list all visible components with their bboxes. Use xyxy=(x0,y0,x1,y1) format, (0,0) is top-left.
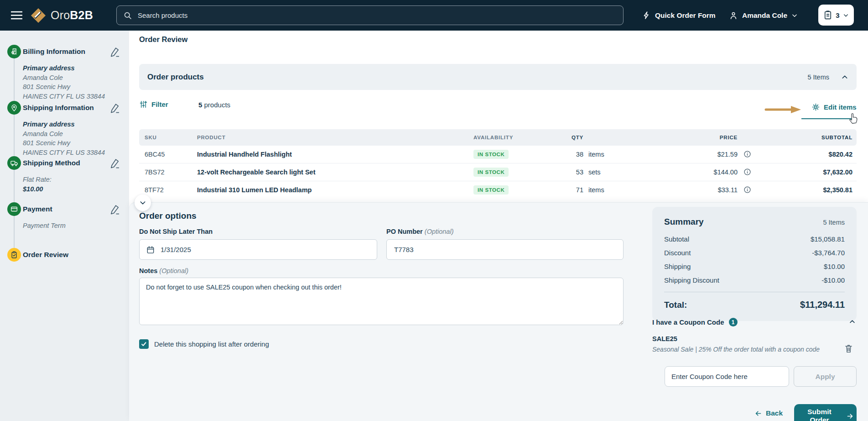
filter-icon xyxy=(139,100,148,109)
shopping-list-button[interactable]: 3 xyxy=(818,5,854,26)
summary-label: Shipping Discount xyxy=(664,276,719,284)
edit-pencil-icon[interactable] xyxy=(109,46,120,57)
chevron-down-icon xyxy=(791,12,798,19)
summary-label: Subtotal xyxy=(664,235,689,243)
order-options-title: Order options xyxy=(139,211,197,221)
page-title: Order Review xyxy=(139,35,187,44)
orob2b-logo[interactable]: OroB2B xyxy=(31,8,93,23)
user-menu[interactable]: Amanda Cole xyxy=(729,0,798,31)
column-header-availability: AVAILABILITY xyxy=(473,129,513,146)
delete-list-option: Delete this shopping list after ordering xyxy=(139,339,269,349)
nav-left-group: OroB2B xyxy=(11,0,93,31)
collapse-panel-button[interactable] xyxy=(135,195,151,211)
quick-order-form-link[interactable]: Quick Order Form xyxy=(642,0,716,31)
chevron-up-icon[interactable] xyxy=(849,318,856,325)
notes-textarea[interactable]: Do not forget to use SALE25 coupon when … xyxy=(139,278,624,325)
filter-label: Filter xyxy=(151,100,168,108)
address-line: 801 Scenic Hwy xyxy=(23,82,105,92)
hamburger-icon[interactable] xyxy=(11,11,22,20)
in-stock-badge: IN STOCK xyxy=(473,150,509,159)
product-unit: items xyxy=(588,181,604,199)
logo-text: OroB2B xyxy=(51,9,93,22)
apply-coupon-button[interactable]: Apply xyxy=(794,366,857,387)
edit-items-link[interactable]: Edit items xyxy=(811,103,857,111)
order-options-panel: Order options Do Not Ship Later Than PO … xyxy=(129,202,868,421)
chevron-up-icon[interactable] xyxy=(841,74,848,81)
edit-pencil-icon[interactable] xyxy=(109,102,120,113)
column-header-subtotal: SUBTOTAL xyxy=(769,129,852,146)
step-title: Shipping Information xyxy=(23,101,94,115)
po-number-label: PO Number (Optional) xyxy=(386,228,453,235)
product-price: $33.11 xyxy=(664,181,738,199)
billing-address: Primary address Amanda Cole 801 Scenic H… xyxy=(23,63,105,101)
notes-optional-hint: (Optional) xyxy=(159,267,188,274)
clipboard-icon xyxy=(823,10,832,20)
main-content: Order Review Order products 5 Items Filt… xyxy=(129,31,868,421)
availability-badge: IN STOCK xyxy=(473,185,509,195)
method-price: $10.00 xyxy=(23,184,52,194)
top-navbar: OroB2B Quick Order Form xyxy=(0,0,868,31)
address-line: Amanda Cole xyxy=(23,129,105,139)
product-unit: items xyxy=(588,146,604,163)
cursor-hand-icon xyxy=(848,111,861,125)
in-stock-badge: IN STOCK xyxy=(473,168,509,177)
edit-items-underline xyxy=(801,118,852,119)
address-label: Primary address xyxy=(23,63,105,73)
product-name-link[interactable]: Industrial Handheld Flashlight xyxy=(197,146,292,163)
annotation-arrow xyxy=(764,105,802,114)
summary-value: $10.00 xyxy=(824,263,845,270)
delete-list-checkbox[interactable] xyxy=(139,339,149,349)
billing-icon xyxy=(7,45,21,58)
ship-date-input[interactable] xyxy=(160,245,370,254)
product-name-link[interactable]: 12-volt Rechargeable Search light Set xyxy=(197,163,315,181)
cart-count: 3 xyxy=(836,11,839,19)
summary-label: Discount xyxy=(664,249,691,257)
search-input[interactable] xyxy=(137,11,617,20)
total-value: $11,294.11 xyxy=(800,300,845,310)
summary-value: $15,058.81 xyxy=(811,235,845,243)
applied-coupon-description: Seasonal Sale | 25% Off the order total … xyxy=(652,345,820,354)
method-name: Flat Rate: xyxy=(23,175,52,184)
po-number-field xyxy=(386,239,624,260)
column-header-sku: SKU xyxy=(145,129,157,146)
calendar-icon[interactable] xyxy=(146,245,155,254)
info-icon[interactable] xyxy=(743,186,751,194)
product-name-link[interactable]: Industrial 310 Lumen LED Headlamp xyxy=(197,181,312,199)
product-qty: 38 xyxy=(527,146,583,163)
lightning-icon xyxy=(642,11,651,20)
edit-pencil-icon[interactable] xyxy=(109,204,120,215)
table-row: 8TF72 Industrial 310 Lumen LED Headlamp … xyxy=(139,181,857,199)
applied-coupon-code: SALE25 xyxy=(652,335,677,342)
order-products-header[interactable]: Order products 5 Items xyxy=(139,64,857,90)
arrow-left-icon xyxy=(754,410,762,417)
edit-pencil-icon[interactable] xyxy=(109,158,120,168)
step-title: Shipping Method xyxy=(23,156,80,170)
info-icon[interactable] xyxy=(743,150,751,158)
checkout-steps-sidebar: Billing Information Primary address Aman… xyxy=(0,31,129,421)
logo-diamond-icon xyxy=(31,8,46,23)
coupon-section-toggle[interactable]: I have a Coupon Code 1 xyxy=(652,318,857,326)
filter-button[interactable]: Filter xyxy=(139,100,168,109)
column-header-price: PRICE xyxy=(664,129,738,146)
summary-value: -$10.00 xyxy=(821,276,845,284)
submit-order-button[interactable]: Submit Order xyxy=(794,404,857,421)
product-price: $144.00 xyxy=(664,163,738,181)
shipping-address: Primary address Amanda Cole 801 Scenic H… xyxy=(23,120,105,157)
products-items-count: 5 Items xyxy=(807,74,829,81)
total-label: Total: xyxy=(664,300,687,310)
step-title: Billing Information xyxy=(23,45,85,58)
in-stock-badge: IN STOCK xyxy=(473,185,509,195)
info-icon[interactable] xyxy=(743,168,751,176)
arrow-right-icon xyxy=(846,412,854,420)
back-button[interactable]: Back xyxy=(754,409,783,417)
coupon-header: I have a Coupon Code xyxy=(652,318,724,326)
table-row: 6BC45 Industrial Handheld Flashlight IN … xyxy=(139,146,857,163)
coupon-code-input[interactable] xyxy=(665,366,789,387)
summary-value: -$3,764.70 xyxy=(812,249,845,257)
product-sku: 6BC45 xyxy=(145,146,165,163)
po-number-input[interactable] xyxy=(393,245,617,254)
steps-connector-line xyxy=(14,53,15,250)
back-label: Back xyxy=(766,409,783,417)
trash-icon[interactable] xyxy=(844,343,853,354)
credit-card-icon xyxy=(7,202,21,216)
